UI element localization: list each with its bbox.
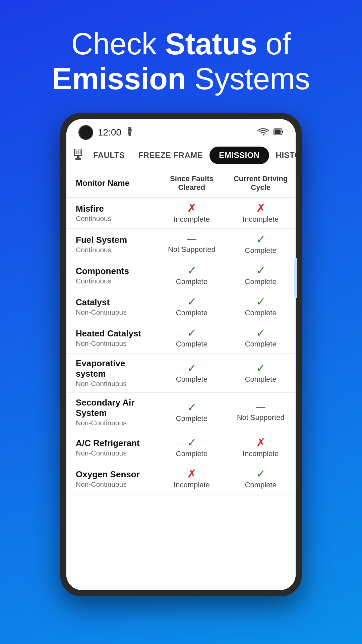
since-faults-icon: ✓ bbox=[187, 327, 196, 338]
current-cycle-status: ✓ Complete bbox=[230, 296, 291, 317]
hero-section: Check Status ofEmission Systems bbox=[0, 0, 362, 110]
since-faults-status: ✗ Incomplete bbox=[163, 202, 221, 224]
svg-rect-0 bbox=[128, 127, 131, 129]
emission-table: Monitor Name Since Faults Cleared Curren… bbox=[66, 169, 296, 494]
monitor-name-text: A/C Refrigerant bbox=[76, 438, 153, 448]
table-row: Secondary Air System Non-Continuous ✓ Co… bbox=[66, 393, 296, 432]
current-cycle-cell: ✓ Complete bbox=[226, 463, 296, 494]
monitor-name-text: Components bbox=[76, 266, 153, 276]
since-faults-status: ✓ Complete bbox=[163, 296, 221, 317]
monitor-name-cell: Secondary Air System Non-Continuous bbox=[66, 393, 158, 432]
svg-rect-5 bbox=[275, 129, 281, 134]
since-faults-status: ✓ Complete bbox=[163, 362, 221, 384]
current-cycle-cell: ✗ Incomplete bbox=[226, 432, 296, 463]
flashlight-icon bbox=[126, 127, 133, 139]
current-cycle-cell: ✓ Complete bbox=[226, 229, 296, 260]
since-faults-status: ✗ Incomplete bbox=[163, 468, 221, 489]
since-faults-text: Complete bbox=[176, 340, 207, 348]
current-cycle-status: ✗ Incomplete bbox=[230, 202, 291, 224]
current-cycle-icon: ✓ bbox=[256, 362, 265, 374]
tab-faults[interactable]: Faults bbox=[86, 147, 132, 164]
current-cycle-status: ✓ Complete bbox=[230, 327, 291, 348]
since-faults-text: Complete bbox=[176, 309, 207, 317]
svg-marker-2 bbox=[128, 130, 132, 136]
since-faults-status: ✓ Complete bbox=[163, 401, 221, 423]
tab-history[interactable]: History bbox=[269, 147, 296, 164]
since-faults-text: Not Supported bbox=[168, 245, 216, 254]
current-cycle-icon: ✓ bbox=[256, 468, 265, 479]
table-row: Misfire Continuous ✗ Incomplete ✗ Incomp… bbox=[66, 198, 296, 229]
svg-rect-1 bbox=[128, 129, 132, 130]
monitor-name-text: Secondary Air System bbox=[76, 397, 153, 418]
since-faults-status: — Not Supported bbox=[163, 234, 221, 254]
status-bar-left: 12:00 bbox=[78, 125, 133, 140]
nav-tabs: Faults Freeze Frame Emission History bbox=[66, 143, 296, 169]
monitor-name-text: Heated Catalyst bbox=[76, 328, 153, 339]
table-header-row: Monitor Name Since Faults Cleared Curren… bbox=[66, 169, 296, 198]
monitor-name-text: Misfire bbox=[76, 204, 153, 214]
col-since-faults: Since Faults Cleared bbox=[158, 169, 226, 198]
current-cycle-text: Not Supported bbox=[237, 413, 285, 422]
current-cycle-cell: ✓ Complete bbox=[226, 291, 296, 322]
table-row: A/C Refrigerant Non-Continuous ✓ Complet… bbox=[66, 432, 296, 463]
current-cycle-icon: ✓ bbox=[256, 327, 265, 338]
since-faults-cell: — Not Supported bbox=[158, 229, 226, 260]
table-row: Evaporative system Non-Continuous ✓ Comp… bbox=[66, 354, 296, 393]
phone-screen: 12:00 bbox=[66, 119, 296, 590]
since-faults-icon: ✓ bbox=[187, 401, 196, 413]
tab-emission[interactable]: Emission bbox=[209, 147, 269, 164]
current-cycle-cell: — Not Supported bbox=[226, 393, 296, 432]
col-monitor-name: Monitor Name bbox=[66, 169, 158, 198]
current-cycle-status: ✓ Complete bbox=[230, 233, 291, 255]
current-cycle-text: Complete bbox=[245, 375, 277, 384]
monitor-name-cell: Heated Catalyst Non-Continuous bbox=[66, 322, 158, 354]
since-faults-status: ✓ Complete bbox=[163, 327, 221, 348]
hero-bold-emission: Emission bbox=[52, 62, 186, 96]
since-faults-icon: ✓ bbox=[187, 265, 196, 276]
table-row: Catalyst Non-Continuous ✓ Complete ✓ Com… bbox=[66, 291, 296, 322]
monitor-type-text: Continuous bbox=[76, 277, 153, 285]
monitor-type-text: Non-Continuous bbox=[76, 308, 153, 316]
since-faults-text: Complete bbox=[176, 449, 207, 458]
camera-dot bbox=[78, 125, 93, 140]
current-cycle-icon: ✓ bbox=[256, 296, 265, 307]
hero-line1: Check Status ofEmission Systems bbox=[52, 27, 310, 96]
current-cycle-status: ✓ Complete bbox=[230, 362, 291, 384]
monitor-name-cell: Oxygen Sensor Non-Continuous bbox=[66, 463, 158, 494]
current-cycle-text: Complete bbox=[245, 309, 277, 317]
current-cycle-text: Incomplete bbox=[243, 449, 279, 458]
monitor-name-text: Oxygen Sensor bbox=[76, 469, 153, 480]
monitor-name-cell: Misfire Continuous bbox=[66, 198, 158, 229]
current-cycle-text: Complete bbox=[245, 277, 277, 286]
since-faults-icon: ✗ bbox=[187, 468, 196, 479]
monitor-name-text: Evaporative system bbox=[76, 358, 153, 379]
monitor-name-cell: Catalyst Non-Continuous bbox=[66, 291, 158, 322]
svg-rect-6 bbox=[282, 130, 283, 133]
current-cycle-icon: ✓ bbox=[256, 265, 265, 276]
since-faults-cell: ✓ Complete bbox=[158, 322, 226, 354]
col-current-cycle: Current Driving Cycle bbox=[226, 169, 296, 198]
scrollbar[interactable] bbox=[294, 258, 297, 298]
svg-rect-3 bbox=[129, 131, 131, 132]
table-row: Components Continuous ✓ Complete ✓ Compl… bbox=[66, 260, 296, 291]
tab-freeze-frame[interactable]: Freeze Frame bbox=[132, 147, 210, 164]
table-row: Heated Catalyst Non-Continuous ✓ Complet… bbox=[66, 322, 296, 354]
current-cycle-text: Complete bbox=[245, 246, 277, 255]
current-cycle-status: ✗ Incomplete bbox=[230, 437, 291, 458]
wifi-icon bbox=[257, 127, 269, 138]
table-row: Fuel System Continuous — Not Supported ✓… bbox=[66, 229, 296, 260]
current-cycle-text: Incomplete bbox=[243, 215, 279, 224]
current-cycle-status: — Not Supported bbox=[230, 402, 291, 422]
monitor-name-cell: Fuel System Continuous bbox=[66, 229, 158, 260]
since-faults-icon: — bbox=[187, 234, 196, 244]
monitor-type-text: Continuous bbox=[76, 215, 153, 223]
monitor-name-text: Fuel System bbox=[76, 235, 153, 245]
since-faults-icon: ✓ bbox=[187, 296, 196, 307]
since-faults-text: Complete bbox=[176, 414, 207, 423]
monitor-name-cell: Evaporative system Non-Continuous bbox=[66, 354, 158, 393]
current-cycle-text: Complete bbox=[245, 340, 277, 348]
monitor-name-text: Catalyst bbox=[76, 297, 153, 308]
since-faults-text: Complete bbox=[176, 277, 207, 286]
current-cycle-text: Complete bbox=[245, 481, 277, 489]
hero-bold-status: Status bbox=[165, 27, 257, 61]
